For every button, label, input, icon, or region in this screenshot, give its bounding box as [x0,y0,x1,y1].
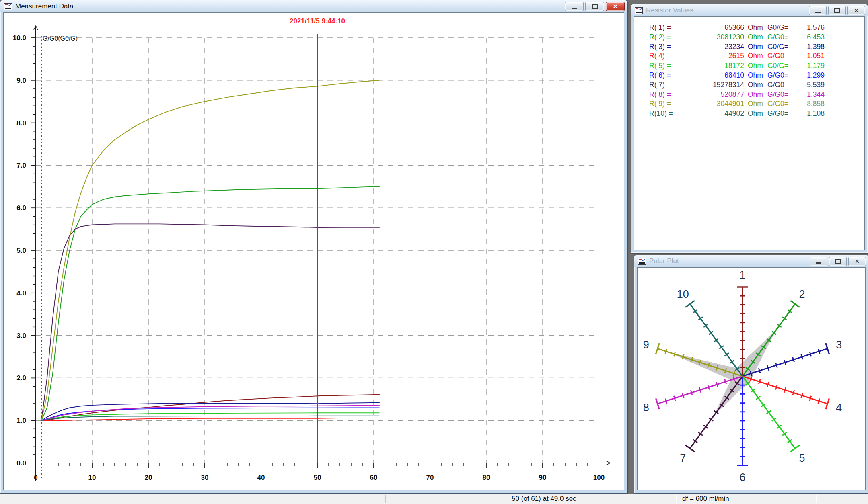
svg-text:40: 40 [257,474,265,481]
resistor-lab: R( 1) = [649,23,683,33]
resistor-row: R( 6) =68410OhmG/G0=1.299 [649,71,864,80]
resistor-val: 2615 [683,51,744,61]
line-chart: 0.01.02.03.04.05.06.07.08.09.010.0010203… [4,13,624,490]
svg-text:90: 90 [539,474,547,481]
resistor-rlabel: G/G0= [764,33,794,42]
resistor-row: R( 3) =23234OhmG0/G=1.398 [649,42,864,52]
resistor-val: 15278314 [683,80,744,90]
maximize-button[interactable] [585,2,604,11]
resistor-val: 23234 [683,42,744,52]
status-sample-counter: 50 (of 61) at 49.0 sec [512,495,576,503]
polar-plot-window: Polar Plot ✕ 12345678910 [634,255,868,494]
resistor-lab: R( 3) = [649,42,683,52]
resistor-lab: R( 4) = [649,51,683,61]
minimize-icon [816,262,821,264]
resistor-unit: Ohm [744,51,764,61]
svg-text:1.0: 1.0 [16,417,26,424]
resistor-val: 520877 [683,90,744,100]
resistor-rlabel: G/G0= [764,80,794,90]
resistor-row: R( 4) =2615OhmG/G0=1.051 [649,51,864,61]
close-button[interactable]: ✕ [606,2,625,11]
svg-text:6: 6 [739,471,745,484]
minimize-button[interactable] [565,2,584,11]
resistor-rlabel: G0/G= [764,42,794,52]
resistor-title-bar[interactable]: Resistor Values ✕ [631,4,868,16]
resistor-row: R( 5) =18172OhmG0/G=1.179 [649,61,864,71]
resistor-val: 18172 [683,61,744,71]
svg-text:2: 2 [799,288,805,300]
svg-text:30: 30 [201,474,209,481]
resistor-val: 68410 [683,71,744,80]
resistor-ratio: 5.539 [794,80,825,90]
resistor-lab: R( 6) = [649,71,683,80]
svg-text:20: 20 [145,474,152,481]
resistor-ratio: 1.398 [794,42,825,52]
status-separator [816,495,816,503]
svg-text:70: 70 [426,474,434,481]
resistor-unit: Ohm [744,80,764,90]
svg-text:0: 0 [34,474,37,481]
svg-text:0.0: 0.0 [16,459,26,467]
resistor-ratio: 1.299 [794,71,825,80]
svg-text:7: 7 [680,452,686,464]
resistor-val: 44902 [683,109,744,119]
status-separator [676,495,676,503]
minimize-button[interactable] [809,6,827,15]
close-button[interactable]: ✕ [848,257,866,266]
close-button[interactable]: ✕ [847,6,865,15]
minimize-button[interactable] [810,257,827,266]
resistor-row: R( 2) =3081230OhmG/G0=6.453 [649,33,864,42]
polar-window-title: Polar Plot [649,257,679,265]
resistor-ratio: 1.108 [794,109,825,119]
resistor-lab: R( 5) = [649,61,683,71]
resistor-rlabel: G/G0= [764,99,794,109]
measurement-window-title: Measurement Data [15,2,74,10]
resistor-val: 65366 [683,23,744,33]
plotter-app-icon [4,3,12,10]
resistor-row: R( 8) =520877OhmG/G0=1.344 [649,90,864,100]
resistor-val: 3044901 [683,99,744,109]
svg-text:3: 3 [836,339,842,351]
svg-text:8.0: 8.0 [16,119,26,127]
status-bar: 50 (of 61) at 49.0 sec df = 600 ml/min [0,494,868,504]
resistor-unit: Ohm [744,99,764,109]
polar-title-bar[interactable]: Polar Plot ✕ [634,255,868,267]
resistor-lab: R( 8) = [649,90,683,100]
svg-text:8: 8 [643,402,649,414]
resistor-list: R( 1) =65366OhmG0/G=1.576R( 2) =3081230O… [634,17,864,119]
resistor-rlabel: G/G0= [764,71,794,80]
polar-chart-area: 12345678910 [637,267,866,490]
resistor-val: 3081230 [683,33,744,42]
close-icon: ✕ [854,8,859,13]
resistor-values-window: Resistor Values ✕ R( 1) =65366OhmG0/G=1.… [631,4,868,253]
resistor-ratio: 6.453 [794,33,825,42]
close-icon: ✕ [855,259,860,264]
svg-text:100: 100 [593,474,605,481]
maximize-icon [592,4,598,9]
svg-text:9.0: 9.0 [16,77,26,84]
resistor-rlabel: G/G0= [764,51,794,61]
resistor-ratio: 1.344 [794,90,825,100]
maximize-icon [835,259,841,264]
svg-text:10.0: 10.0 [13,34,26,42]
resistor-lab: R( 2) = [649,33,683,42]
svg-text:3.0: 3.0 [16,332,26,340]
resistor-unit: Ohm [744,33,764,42]
measurement-data-window: Measurement Data ✕ 0.01.02.03.04.05.06.0… [0,0,627,494]
resistor-row: R( 1) =65366OhmG0/G=1.576 [649,23,864,33]
resistor-rlabel: G0/G= [764,23,794,33]
svg-text:2.0: 2.0 [16,374,26,382]
maximize-button[interactable] [828,6,846,15]
measurement-chart-area: 0.01.02.03.04.05.06.07.08.09.010.0010203… [3,12,624,490]
resistor-unit: Ohm [744,61,764,71]
svg-text:6.0: 6.0 [16,204,26,212]
maximize-button[interactable] [829,257,847,266]
plotter-app-icon [638,258,646,265]
measurement-title-bar[interactable]: Measurement Data ✕ [0,0,627,12]
svg-text:10: 10 [88,474,96,481]
resistor-ratio: 8.858 [794,99,825,109]
resistor-unit: Ohm [744,109,764,119]
resistor-rlabel: G/G0= [764,109,794,119]
status-separator [385,495,386,503]
svg-text:5.0: 5.0 [16,247,26,254]
